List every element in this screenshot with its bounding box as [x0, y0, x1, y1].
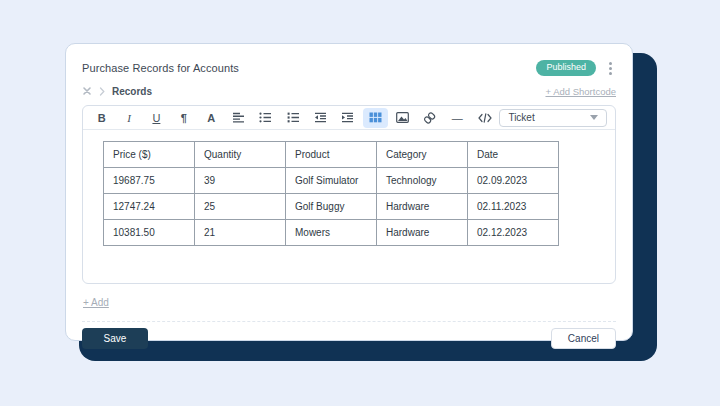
- rich-text-editor: B I U ¶ A: [82, 105, 616, 284]
- style-dropdown[interactable]: Ticket: [499, 109, 607, 127]
- card-footer: Save Cancel: [82, 322, 616, 355]
- indent-decrease-button[interactable]: [308, 108, 333, 128]
- card-header: Purchase Records for Accounts Published: [82, 58, 616, 78]
- cell-category[interactable]: Technology: [377, 168, 468, 194]
- font-button[interactable]: A: [198, 108, 223, 128]
- align-left-icon: [232, 112, 245, 123]
- page-title: Purchase Records for Accounts: [82, 62, 239, 74]
- table-header-row: Price ($) Quantity Product Category Date: [104, 142, 559, 168]
- code-icon: [478, 113, 492, 123]
- records-table: Price ($) Quantity Product Category Date…: [103, 141, 559, 246]
- cell-quantity[interactable]: 25: [195, 194, 286, 220]
- cell-date[interactable]: 02.11.2023: [468, 194, 559, 220]
- table-row: 10381.50 21 Mowers Hardware 02.12.2023: [104, 220, 559, 246]
- table-row: 19687.75 39 Golf Simulator Technology 02…: [104, 168, 559, 194]
- indent-increase-icon: [341, 112, 354, 123]
- cell-category[interactable]: Hardware: [377, 220, 468, 246]
- unordered-list-icon: [259, 112, 272, 123]
- chevron-down-icon: [590, 115, 598, 120]
- bold-button[interactable]: B: [89, 108, 114, 128]
- cell-quantity[interactable]: 21: [195, 220, 286, 246]
- add-shortcode-link[interactable]: + Add Shortcode: [545, 86, 616, 97]
- cell-price[interactable]: 10381.50: [104, 220, 195, 246]
- chevron-right-icon: [99, 87, 105, 96]
- add-row-link[interactable]: + Add: [83, 297, 109, 308]
- horizontal-rule-button[interactable]: —: [445, 108, 470, 128]
- code-button[interactable]: [472, 108, 497, 128]
- cell-date[interactable]: 02.09.2023: [468, 168, 559, 194]
- table-icon: [369, 112, 382, 123]
- style-dropdown-value: Ticket: [508, 112, 534, 123]
- column-header: Quantity: [195, 142, 286, 168]
- page-background: Purchase Records for Accounts Published …: [0, 0, 720, 406]
- status-badge: Published: [536, 60, 596, 76]
- indent-increase-button[interactable]: [335, 108, 360, 128]
- cell-price[interactable]: 19687.75: [104, 168, 195, 194]
- cell-date[interactable]: 02.12.2023: [468, 220, 559, 246]
- save-button[interactable]: Save: [82, 328, 148, 349]
- cell-product[interactable]: Golf Buggy: [286, 194, 377, 220]
- cell-price[interactable]: 12747.24: [104, 194, 195, 220]
- cell-product[interactable]: Golf Simulator: [286, 168, 377, 194]
- column-header: Category: [377, 142, 468, 168]
- table-row: 12747.24 25 Golf Buggy Hardware 02.11.20…: [104, 194, 559, 220]
- editor-toolbar: B I U ¶ A: [83, 106, 615, 130]
- italic-button[interactable]: I: [116, 108, 141, 128]
- breadcrumb: Records + Add Shortcode: [82, 83, 616, 99]
- align-left-button[interactable]: [226, 108, 251, 128]
- link-button[interactable]: [417, 108, 442, 128]
- column-header: Product: [286, 142, 377, 168]
- cell-quantity[interactable]: 39: [195, 168, 286, 194]
- editor-card: Purchase Records for Accounts Published …: [65, 43, 633, 341]
- column-header: Price ($): [104, 142, 195, 168]
- close-icon[interactable]: [82, 86, 92, 96]
- underline-button[interactable]: U: [144, 108, 169, 128]
- header-actions: Published: [536, 60, 616, 77]
- ordered-list-button[interactable]: [281, 108, 306, 128]
- column-header: Date: [468, 142, 559, 168]
- paragraph-button[interactable]: ¶: [171, 108, 196, 128]
- image-icon: [396, 112, 409, 123]
- unordered-list-button[interactable]: [253, 108, 278, 128]
- cell-category[interactable]: Hardware: [377, 194, 468, 220]
- indent-decrease-icon: [314, 112, 327, 123]
- link-icon: [423, 112, 436, 124]
- cell-product[interactable]: Mowers: [286, 220, 377, 246]
- cancel-button[interactable]: Cancel: [551, 328, 616, 349]
- editor-content[interactable]: Price ($) Quantity Product Category Date…: [83, 130, 615, 257]
- kebab-menu-icon[interactable]: [605, 60, 616, 77]
- ordered-list-icon: [287, 112, 300, 123]
- image-button[interactable]: [390, 108, 415, 128]
- table-button[interactable]: [363, 108, 388, 128]
- breadcrumb-current: Records: [112, 86, 152, 97]
